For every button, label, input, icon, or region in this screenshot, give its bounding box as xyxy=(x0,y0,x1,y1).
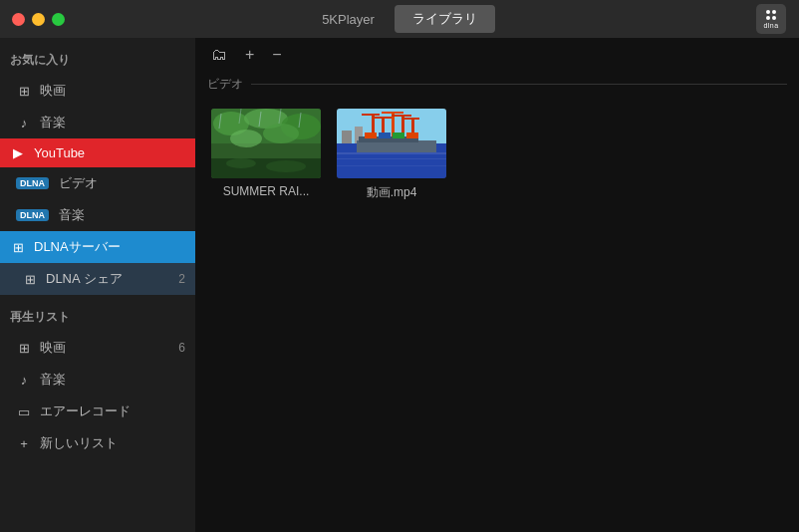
sidebar-item-dlna-video-label: ビデオ xyxy=(59,174,98,192)
pl-movies-icon: ⊞ xyxy=(16,341,32,356)
new-list-icon: + xyxy=(16,436,32,451)
remove-icon: − xyxy=(272,46,281,63)
sidebar-item-movies[interactable]: ⊞ 映画 xyxy=(0,75,195,107)
add-button[interactable]: + xyxy=(241,44,258,66)
media-label-harbor: 動画.mp4 xyxy=(367,184,417,201)
tab-5kplayer[interactable]: 5KPlayer xyxy=(304,5,393,33)
youtube-icon: ▶ xyxy=(10,145,26,160)
sidebar: お気に入り ⊞ 映画 ♪ 音楽 ▶ YouTube DLNA ビデオ DLNA … xyxy=(0,38,195,532)
media-item-rain[interactable]: SUMMER RAI... xyxy=(211,109,321,524)
sidebar-item-youtube[interactable]: ▶ YouTube xyxy=(0,138,195,167)
content-grid: SUMMER RAI... xyxy=(195,101,799,532)
open-folder-button[interactable]: 🗂 xyxy=(207,44,231,66)
favorites-section-label: お気に入り xyxy=(0,38,195,75)
svg-rect-36 xyxy=(337,158,446,159)
dlna-server-icon: ⊞ xyxy=(10,240,26,255)
content-toolbar: 🗂 + − xyxy=(195,38,799,72)
window-controls xyxy=(12,13,65,26)
music-icon: ♪ xyxy=(16,116,32,131)
dlna-badge-music: DLNA xyxy=(16,209,49,221)
svg-rect-24 xyxy=(362,114,380,116)
playlist-section-label: 再生リスト xyxy=(0,295,195,332)
dlna-button[interactable]: dlna xyxy=(755,3,787,35)
maximize-button[interactable] xyxy=(52,13,65,26)
svg-rect-35 xyxy=(337,152,446,154)
pl-airplay-icon: ▭ xyxy=(16,404,32,419)
media-thumb-harbor xyxy=(337,109,446,178)
tab-library[interactable]: ライブラリ xyxy=(395,5,495,33)
sidebar-item-pl-movies-label: 映画 xyxy=(40,339,66,357)
media-item-harbor[interactable]: 動画.mp4 xyxy=(337,109,446,524)
sidebar-item-youtube-label: YouTube xyxy=(34,145,85,160)
svg-rect-32 xyxy=(379,133,391,138)
sidebar-item-dlna-share[interactable]: ⊞ DLNA シェア 2 xyxy=(0,263,195,295)
sidebar-item-dlna-music-label: 音楽 xyxy=(59,206,85,224)
main-layout: お気に入り ⊞ 映画 ♪ 音楽 ▶ YouTube DLNA ビデオ DLNA … xyxy=(0,38,799,532)
section-header-label: ビデオ xyxy=(207,76,243,93)
svg-rect-33 xyxy=(393,133,404,138)
sidebar-item-music-label: 音楽 xyxy=(40,114,66,132)
sidebar-item-pl-movies[interactable]: ⊞ 映画 6 xyxy=(0,332,195,364)
svg-point-8 xyxy=(226,158,256,168)
pl-movies-count: 6 xyxy=(178,341,185,355)
svg-rect-34 xyxy=(406,133,418,138)
svg-rect-26 xyxy=(382,112,403,114)
dlna-share-icon: ⊞ xyxy=(22,272,38,287)
sidebar-item-pl-music-label: 音楽 xyxy=(40,371,66,389)
sidebar-item-new-list-label: 新しいリスト xyxy=(40,434,118,452)
svg-point-9 xyxy=(266,160,306,172)
svg-rect-31 xyxy=(365,133,377,138)
titlebar: 5KPlayer ライブラリ dlna xyxy=(0,0,799,38)
sidebar-item-dlna-share-label: DLNA シェア xyxy=(46,270,123,288)
media-thumb-rain xyxy=(211,109,321,178)
add-icon: + xyxy=(245,46,254,63)
media-label-rain: SUMMER RAI... xyxy=(223,184,310,198)
pl-music-icon: ♪ xyxy=(16,373,32,388)
svg-rect-37 xyxy=(337,165,446,166)
movies-icon: ⊞ xyxy=(16,84,32,99)
svg-rect-17 xyxy=(342,131,352,143)
sidebar-item-dlna-video[interactable]: DLNA ビデオ xyxy=(0,167,195,199)
section-divider xyxy=(251,84,787,85)
sidebar-item-new-list[interactable]: + 新しいリスト xyxy=(0,427,195,459)
sidebar-item-pl-music[interactable]: ♪ 音楽 xyxy=(0,364,195,396)
sidebar-item-dlna-server-label: DLNAサーバー xyxy=(34,238,121,256)
folder-icon: 🗂 xyxy=(211,46,227,63)
content-area: 🗂 + − ビデオ xyxy=(195,38,799,532)
section-header: ビデオ xyxy=(195,72,799,101)
sidebar-item-dlna-music[interactable]: DLNA 音楽 xyxy=(0,199,195,231)
sidebar-item-music[interactable]: ♪ 音楽 xyxy=(0,107,195,138)
sidebar-item-pl-airplay-label: エアーレコード xyxy=(40,402,131,420)
titlebar-tabs: 5KPlayer ライブラリ xyxy=(304,5,495,33)
sidebar-item-dlna-server[interactable]: ⊞ DLNAサーバー xyxy=(0,231,195,263)
svg-point-6 xyxy=(263,124,299,143)
svg-rect-28 xyxy=(401,118,419,120)
dlna-badge-video: DLNA xyxy=(16,177,49,189)
sidebar-item-pl-airplay[interactable]: ▭ エアーレコード xyxy=(0,396,195,427)
svg-rect-27 xyxy=(392,115,411,117)
remove-button[interactable]: − xyxy=(268,44,285,66)
svg-rect-25 xyxy=(372,117,392,119)
sidebar-item-movies-label: 映画 xyxy=(40,82,66,100)
dlna-icon: dlna xyxy=(756,4,786,34)
minimize-button[interactable] xyxy=(32,13,45,26)
close-button[interactable] xyxy=(12,13,25,26)
svg-point-5 xyxy=(230,130,262,147)
dlna-share-count: 2 xyxy=(178,272,185,286)
